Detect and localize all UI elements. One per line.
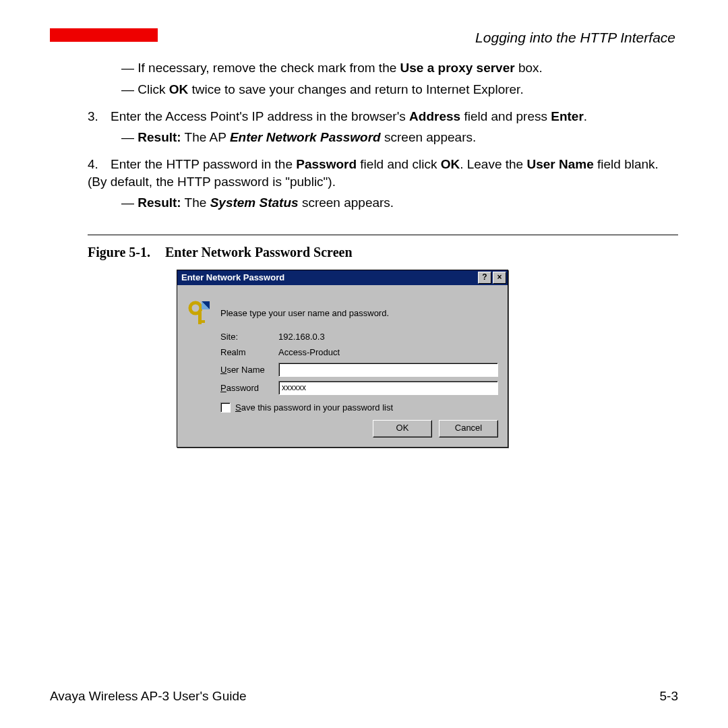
username-input[interactable] bbox=[278, 363, 498, 377]
realm-value: Access-Product bbox=[278, 346, 340, 359]
ok-button[interactable]: OK bbox=[373, 420, 432, 437]
bullet-text: — If necessary, remove the check mark fr… bbox=[121, 61, 400, 75]
help-button[interactable]: ? bbox=[478, 272, 491, 284]
dialog-titlebar[interactable]: Enter Network Password ? × bbox=[177, 270, 508, 285]
save-password-label: Save this password in your password list bbox=[235, 402, 393, 414]
close-button[interactable]: × bbox=[493, 272, 506, 284]
password-input[interactable] bbox=[278, 381, 498, 395]
body-text: — If necessary, remove the check mark fr… bbox=[50, 59, 678, 448]
figure-caption: Figure 5-1.Enter Network Password Screen bbox=[88, 243, 678, 262]
username-label: User Name bbox=[220, 364, 278, 376]
brand-badge bbox=[50, 28, 158, 42]
key-icon bbox=[187, 300, 211, 327]
divider bbox=[88, 235, 678, 235]
site-label: Site: bbox=[220, 331, 278, 343]
footer-guide: Avaya Wireless AP-3 User's Guide bbox=[50, 688, 247, 705]
svg-rect-2 bbox=[198, 320, 205, 323]
footer-page: 5-3 bbox=[660, 688, 678, 705]
realm-label: Realm bbox=[220, 346, 278, 359]
cancel-button[interactable]: Cancel bbox=[439, 420, 498, 437]
enter-network-password-dialog: Enter Network Password ? × bbox=[177, 270, 508, 448]
dialog-instruction: Please type your user name and password. bbox=[220, 307, 389, 320]
save-password-checkbox[interactable] bbox=[220, 402, 231, 413]
dialog-title: Enter Network Password bbox=[181, 272, 284, 284]
password-label: Password bbox=[220, 382, 278, 394]
section-header: Logging into the HTTP Interface bbox=[475, 28, 678, 47]
svg-point-0 bbox=[190, 303, 201, 313]
site-value: 192.168.0.3 bbox=[278, 331, 325, 343]
